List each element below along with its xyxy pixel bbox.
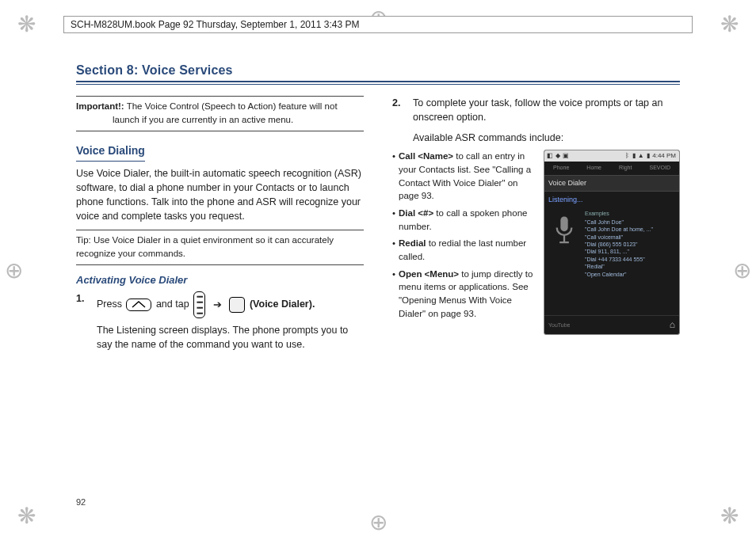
registration-mark-icon: ⊕ <box>369 509 388 535</box>
deck-item: Home <box>586 164 601 172</box>
example-item: "Redial" <box>585 263 675 270</box>
tip-label: Tip: <box>76 235 91 245</box>
notification-icon: ◧ <box>547 152 553 159</box>
important-text: The Voice Control (Speech to Action) fea… <box>113 101 338 124</box>
bottom-label: YouTube <box>548 321 571 329</box>
status-icons-right: ᛒ ▮ ▲ ▮ 4:44 PM <box>625 151 677 161</box>
phone-status-bar: ◧ ◆ ▣ ᛒ ▮ ▲ ▮ 4:44 PM <box>544 150 679 162</box>
column-left: Important!: The Voice Control (Speech to… <box>76 96 364 357</box>
home-key-icon <box>126 299 151 311</box>
signal-icon: ▮ <box>632 152 636 159</box>
bullet-icon: • <box>392 207 395 233</box>
svg-rect-0 <box>560 217 567 232</box>
listening-label: Listening... <box>544 192 679 207</box>
registration-mark-icon: ⊕ <box>5 257 23 283</box>
commands-block: • Call <Name> to call an entry in your C… <box>392 150 680 335</box>
print-gear-icon: ❋ <box>720 11 739 37</box>
wifi-icon: ▲ <box>638 152 644 159</box>
examples-list: Examples "Call John Doe" "Call John Doe … <box>585 210 675 310</box>
example-item: "Dial (866) 555 0123" <box>585 241 675 248</box>
step-1: 1. Press and tap ▪▪▪▪▪▪▪▪▪▪▪▪▪▪▪▪ ➔ (Voi… <box>76 291 364 352</box>
example-item: "Call voicemail" <box>585 234 675 241</box>
step-tail: The Listening screen displays. The phone… <box>97 323 364 352</box>
voice-dialing-heading: Voice Dialing <box>76 143 145 161</box>
command-item: • Dial <#> to call a spoken phone number… <box>392 207 534 233</box>
deck-item: Right <box>619 164 632 172</box>
important-note: Important!: The Voice Control (Speech to… <box>76 96 364 131</box>
important-label: Important!: <box>76 101 124 111</box>
command-item: • Call <Name> to call an entry in your C… <box>392 150 534 203</box>
notification-icon: ▣ <box>563 152 569 159</box>
activating-heading: Activating Voice Dialer <box>76 273 364 288</box>
tip-text: Use Voice Dialer in a quiet environment … <box>76 235 334 258</box>
page-content: Section 8: Voice Services Important!: Th… <box>76 63 680 492</box>
phone-screenshot: ◧ ◆ ▣ ᛒ ▮ ▲ ▮ 4:44 PM Phone <box>544 150 680 335</box>
example-item: "Open Calendar" <box>585 271 675 278</box>
examples-heading: Examples <box>585 210 675 217</box>
voice-dialer-icon <box>229 297 245 313</box>
home-icon: ⌂ <box>670 318 675 332</box>
microphone-icon <box>548 210 580 310</box>
voice-dialing-paragraph: Use Voice Dialer, the built-in automatic… <box>76 166 364 224</box>
notification-icon: ◆ <box>556 152 560 159</box>
step-text: Press <box>97 299 122 310</box>
command-item: • Open <Menu> to jump directly to menu i… <box>392 268 534 321</box>
step-text: To complete your task, follow the voice … <box>413 96 680 124</box>
deck-item: SEVOID <box>650 164 670 172</box>
status-icons: ◧ ◆ ▣ <box>547 151 570 161</box>
phone-deck: Phone Home Right SEVOID <box>544 162 679 173</box>
step-number: 1. <box>76 291 89 352</box>
step-text: (Voice Dialer). <box>250 299 315 310</box>
step-number: 2. <box>392 96 405 145</box>
print-header: SCH-M828UM.book Page 92 Thursday, Septem… <box>63 16 693 33</box>
column-right: 2. To complete your task, follow the voi… <box>392 96 680 357</box>
commands-list: • Call <Name> to call an entry in your C… <box>392 150 534 335</box>
bluetooth-icon: ᛒ <box>625 152 629 159</box>
section-title: Section 8: Voice Services <box>76 63 680 82</box>
registration-mark-icon: ⊕ <box>733 257 751 283</box>
example-item: "Call John Doe" <box>585 219 675 226</box>
command-item: • Redial to redial the last number calle… <box>392 237 534 263</box>
step-2: 2. To complete your task, follow the voi… <box>392 96 680 145</box>
phone-bottom-bar: YouTube ⌂ <box>544 315 679 334</box>
example-item: "Call John Doe at home, ..." <box>585 226 675 233</box>
step-text: Available ASR commands include: <box>413 131 680 145</box>
step-text: and tap <box>156 299 189 310</box>
bullet-icon: • <box>392 150 395 203</box>
page-number: 92 <box>76 497 86 507</box>
tip-note: Tip: Use Voice Dialer in a quiet environ… <box>76 230 364 265</box>
arrow-icon: ➔ <box>213 299 222 310</box>
clock: 4:44 PM <box>652 152 676 159</box>
apps-grid-icon: ▪▪▪▪▪▪▪▪▪▪▪▪▪▪▪▪ <box>193 291 205 318</box>
deck-item: Phone <box>553 164 569 172</box>
print-gear-icon: ❋ <box>17 503 36 529</box>
bullet-icon: • <box>392 268 395 321</box>
voice-dialer-title: Voice Dialer <box>544 175 679 192</box>
print-gear-icon: ❋ <box>720 503 739 529</box>
bullet-icon: • <box>392 237 395 263</box>
battery-icon: ▮ <box>647 152 650 159</box>
section-rule <box>76 84 680 85</box>
example-item: "Dial 911, 811, ..." <box>585 248 675 255</box>
example-item: "Dial +44 7333 444 555" <box>585 256 675 263</box>
print-gear-icon: ❋ <box>17 11 36 37</box>
